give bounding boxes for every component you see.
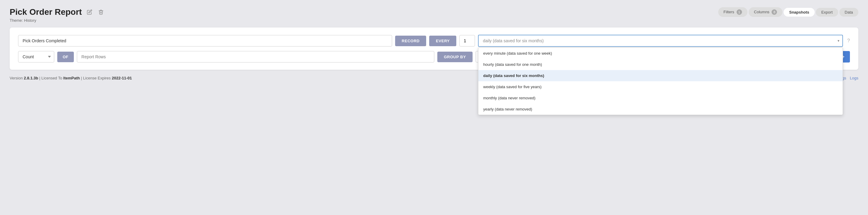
version-number: 2.8.1.3b [24,76,38,80]
option-every-minute[interactable]: every minute (data saved for one week) [478,48,843,59]
option-monthly[interactable]: monthly (data never removed) [478,92,843,104]
count-select-wrapper: Count [18,51,54,62]
option-daily[interactable]: daily (data saved for six months) [478,70,843,81]
licensed-to: ItemPath [63,76,80,80]
columns-badge: 8 [772,9,777,15]
delete-button[interactable] [97,8,105,16]
trash-icon [98,9,104,15]
record-name-input[interactable] [18,35,392,47]
option-weekly[interactable]: weekly (data saved for five years) [478,81,843,92]
frequency-dropdown[interactable]: daily (data saved for six months) [478,35,843,47]
frequency-options-list: every minute (data saved for one week) h… [478,47,843,115]
tab-export[interactable]: Export [816,8,838,17]
footer-link-logs2[interactable]: Logs [850,76,858,80]
report-rows-input[interactable] [77,51,434,62]
tab-columns[interactable]: Columns 8 [749,7,783,17]
option-yearly[interactable]: yearly (data never removed) [478,104,843,115]
help-icon[interactable]: ? [847,38,850,44]
nav-tabs: Filters 1 Columns 8 Snapshots Export Dat… [718,7,858,17]
theme-label: Theme: History [10,18,858,23]
of-button[interactable]: OF [57,52,74,62]
pencil-icon [87,9,92,15]
tab-data[interactable]: Data [839,8,858,17]
group-by-button[interactable]: GROUP BY [437,52,472,62]
tab-snapshots[interactable]: Snapshots [784,8,814,17]
tab-filters[interactable]: Filters 1 [718,7,747,17]
version-text: Version 2.8.1.3b | Licensed To ItemPath … [10,76,132,80]
frequency-dropdown-container: daily (data saved for six months) ▾ ever… [478,35,843,47]
option-hourly[interactable]: hourly (data saved for one month) [478,59,843,70]
count-select[interactable]: Count [18,51,54,62]
filters-badge: 1 [737,9,742,15]
every-button[interactable]: EVERY [429,36,456,46]
license-expires: 2022-11-01 [112,76,132,80]
every-number-input[interactable] [459,35,475,47]
record-button[interactable]: RECORD [395,36,426,46]
page-title: Pick Order Report [10,7,82,17]
main-card: RECORD EVERY daily (data saved for six m… [10,27,858,70]
edit-button[interactable] [86,8,93,16]
record-row: RECORD EVERY daily (data saved for six m… [18,35,850,47]
